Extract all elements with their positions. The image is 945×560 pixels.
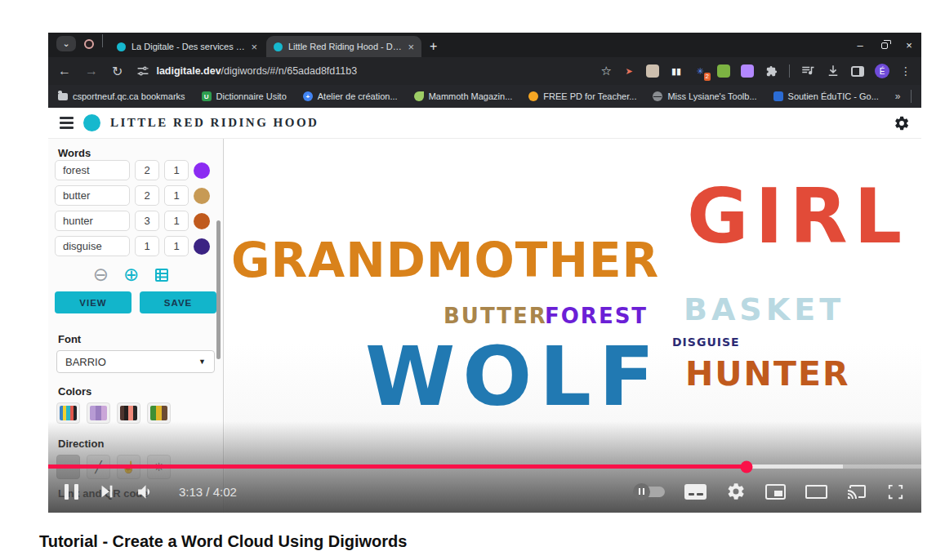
bookmark-item[interactable]: +Atelier de création... — [303, 91, 398, 101]
bookmark-label: Dictionnaire Usito — [216, 91, 287, 101]
leaf-icon — [414, 91, 424, 101]
pause-button[interactable] — [65, 484, 78, 500]
circle-icon — [528, 91, 538, 101]
forward-button[interactable]: → — [85, 64, 98, 78]
bookmark-item[interactable]: FREE PD for Teacher... — [528, 91, 636, 101]
video-progress-bar[interactable] — [48, 464, 921, 469]
digiwords-header: LITTLE RED RIDING HOOD — [48, 108, 921, 139]
sidebar-scrollbar[interactable] — [216, 220, 221, 359]
word-row: disguise11 — [55, 236, 210, 256]
cloud-word: GIRL — [687, 180, 908, 255]
miniplayer-button[interactable] — [765, 484, 786, 500]
bookmark-label: csportneuf.qc.ca bookmarks — [73, 91, 185, 101]
browser-menu-icon[interactable]: ⋮ — [900, 64, 912, 78]
word-text-input[interactable]: butter — [55, 185, 130, 206]
project-title: LITTLE RED RIDING HOOD — [110, 116, 319, 130]
tab-favicon-icon — [274, 42, 283, 51]
globe-icon — [653, 91, 662, 101]
progress-scrubber-knob[interactable] — [741, 460, 753, 473]
settings-gear-icon[interactable] — [894, 115, 910, 131]
player-settings-gear-icon[interactable] — [726, 482, 746, 501]
word-row: hunter31 — [55, 211, 210, 231]
cast-button[interactable] — [847, 482, 867, 501]
extensions-puzzle-icon[interactable] — [764, 64, 778, 78]
back-button[interactable]: ← — [58, 64, 71, 78]
site-info-icon[interactable] — [136, 64, 149, 78]
folder-icon — [58, 93, 68, 100]
word-color-dot[interactable] — [194, 238, 210, 255]
downloads-icon[interactable] — [826, 64, 840, 78]
word-size-input[interactable]: 1 — [164, 211, 189, 231]
word-weight-input[interactable]: 1 — [135, 236, 159, 256]
new-tab-button[interactable]: + — [421, 39, 447, 57]
square-icon: U — [202, 91, 212, 101]
word-text-input[interactable]: disguise — [55, 236, 130, 256]
word-color-dot[interactable] — [194, 188, 210, 204]
youtube-video-player[interactable]: ⌄ La Digitale - Des services libres×Litt… — [48, 33, 921, 513]
browser-tab[interactable]: La Digitale - Des services libres× — [109, 36, 265, 57]
save-button[interactable]: SAVE — [140, 291, 216, 313]
screenshot-extension-icon[interactable] — [646, 64, 659, 78]
hamburger-menu-icon[interactable] — [60, 117, 74, 128]
chevron-down-icon: ▼ — [198, 358, 206, 366]
browser-toolbar: ← → ↻ ladigitale.dev/digiwords/#/n/65ada… — [48, 57, 921, 85]
next-video-button[interactable] — [98, 482, 116, 500]
word-color-dot[interactable] — [194, 162, 210, 179]
bookmark-item[interactable]: Mammoth Magazin... — [414, 91, 513, 101]
tab-search-button[interactable]: ⌄ — [56, 36, 76, 51]
bookmark-label: Atelier de création... — [318, 91, 398, 101]
theater-mode-button[interactable] — [805, 485, 827, 499]
browser-tab[interactable]: Little Red Riding Hood - Digiwo× — [266, 36, 421, 57]
word-text-input[interactable]: forest — [55, 160, 130, 180]
puzzle-purple-extension-icon[interactable] — [741, 64, 754, 78]
word-size-input[interactable]: 1 — [164, 185, 189, 206]
autoplay-toggle[interactable] — [635, 487, 665, 497]
bookmark-item[interactable]: csportneuf.qc.ca bookmarks — [58, 91, 185, 101]
colors-section-label: Colors — [58, 385, 91, 398]
video-title: Tutorial - Create a Word Cloud Using Dig… — [39, 532, 407, 551]
divider — [789, 64, 790, 78]
spark-extension-icon[interactable]: ✳2 — [693, 64, 707, 78]
reload-button[interactable]: ↻ — [112, 64, 123, 79]
card-extension-icon[interactable] — [717, 64, 730, 78]
bookmarks-overflow-icon[interactable]: » — [895, 91, 901, 102]
pause-extension-icon[interactable]: ▮▮ — [670, 64, 683, 78]
word-weight-input[interactable]: 3 — [135, 211, 159, 231]
word-text-input[interactable]: hunter — [55, 211, 130, 231]
view-button[interactable]: VIEW — [55, 291, 131, 313]
word-table-button[interactable] — [154, 267, 170, 283]
page: ⌄ La Digitale - Des services libres×Litt… — [0, 0, 945, 560]
time-display: 3:13 / 4:02 — [179, 485, 237, 499]
subtitles-button[interactable] — [684, 484, 707, 500]
bookmark-star-icon[interactable]: ☆ — [601, 64, 612, 78]
profile-avatar[interactable]: É — [875, 64, 889, 78]
add-word-button[interactable]: ⊕ — [123, 265, 139, 284]
word-weight-input[interactable]: 2 — [135, 160, 159, 180]
tab-close-icon[interactable]: × — [251, 41, 257, 53]
window-minimize-button[interactable]: – — [848, 39, 872, 51]
word-size-input[interactable]: 1 — [164, 236, 189, 256]
words-section-label: Words — [58, 147, 91, 159]
arrow-extension-icon[interactable]: ➤ — [622, 64, 635, 78]
word-color-dot[interactable] — [194, 213, 210, 229]
square-icon — [773, 91, 783, 101]
word-size-input[interactable]: 1 — [164, 160, 189, 180]
tab-close-icon[interactable]: × — [408, 41, 414, 53]
word-weight-input[interactable]: 2 — [135, 185, 159, 206]
volume-button[interactable] — [136, 482, 156, 502]
bookmark-item[interactable]: UDictionnaire Usito — [202, 91, 287, 101]
fullscreen-button[interactable] — [886, 482, 905, 501]
font-select-value: BARRIO — [65, 356, 106, 368]
address-bar[interactable]: ladigitale.dev/digiwords/#/n/65adad8fd11… — [136, 64, 592, 78]
player-controls: 3:13 / 4:02 — [48, 474, 921, 509]
extension-badge: 2 — [704, 73, 711, 81]
bookmark-item[interactable]: Miss Lysiane's Toolb... — [653, 91, 756, 101]
window-close-button[interactable]: × — [897, 39, 921, 51]
bookmark-item[interactable]: Soutien ÉduTIC - Go... — [773, 91, 879, 101]
font-select[interactable]: BARRIO ▼ — [56, 350, 215, 373]
side-panel-icon[interactable] — [851, 66, 864, 77]
autoplay-knob-pause-icon — [633, 483, 650, 500]
remove-word-button[interactable]: ⊖ — [93, 265, 109, 284]
window-restore-button[interactable] — [872, 39, 897, 51]
reading-list-icon[interactable] — [800, 64, 815, 78]
